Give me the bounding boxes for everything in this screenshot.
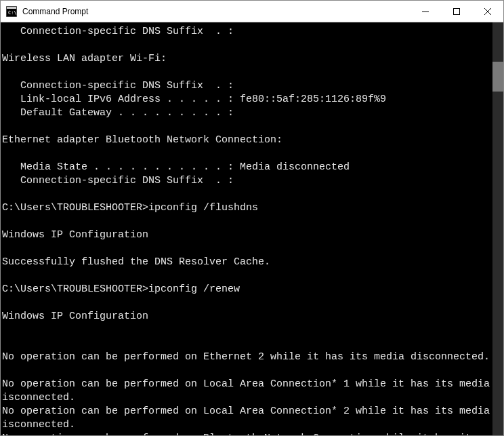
maximize-button[interactable] xyxy=(441,1,472,22)
terminal-line: Default Gateway . . . . . . . . . : xyxy=(2,106,503,120)
terminal-line xyxy=(2,120,503,134)
terminal-line: Windows IP Configuration xyxy=(2,229,503,242)
terminal-line: C:\Users\TROUBLESHOOTER>ipconfig /renew xyxy=(2,283,503,296)
terminal-line: Connection-specific DNS Suffix . : xyxy=(2,79,503,93)
terminal-line: No operation can be performed on Local A… xyxy=(2,378,503,405)
terminal-line xyxy=(2,188,503,201)
terminal-line xyxy=(2,66,503,79)
terminal-line: No operation can be performed on Local A… xyxy=(2,405,503,432)
terminal-output[interactable]: Connection-specific DNS Suffix . :Wirele… xyxy=(1,22,503,435)
terminal-line: Wireless LAN adapter Wi-Fi: xyxy=(2,52,503,66)
terminal-line: Connection-specific DNS Suffix . : xyxy=(2,174,503,188)
terminal-line: C:\Users\TROUBLESHOOTER>ipconfig /flushd… xyxy=(2,201,503,215)
terminal-line: Media State . . . . . . . . . . . : Medi… xyxy=(2,161,503,174)
terminal-line xyxy=(2,269,503,283)
terminal-line: Successfully flushed the DNS Resolver Ca… xyxy=(2,256,503,269)
terminal-line: Windows IP Configuration xyxy=(2,310,503,323)
terminal-line xyxy=(2,323,503,337)
minimize-button[interactable] xyxy=(410,1,441,22)
terminal-line xyxy=(2,147,503,161)
svg-rect-1 xyxy=(7,7,16,9)
terminal-line xyxy=(2,337,503,351)
titlebar: C:\ Command Prompt xyxy=(1,1,503,22)
terminal-line xyxy=(2,242,503,256)
svg-rect-4 xyxy=(454,8,460,14)
svg-text:C:\: C:\ xyxy=(8,10,17,16)
terminal-line xyxy=(2,296,503,310)
terminal-line xyxy=(2,364,503,378)
terminal-line xyxy=(2,215,503,229)
terminal-line: Link-local IPv6 Address . . . . . : fe80… xyxy=(2,93,503,106)
scrollbar-thumb[interactable] xyxy=(492,62,503,92)
terminal-line: No operation can be performed on Bluetoo… xyxy=(2,432,503,435)
terminal-line: No operation can be performed on Etherne… xyxy=(2,351,503,364)
terminal-line: Ethernet adapter Bluetooth Network Conne… xyxy=(2,134,503,147)
terminal-line xyxy=(2,39,503,52)
terminal-line: Connection-specific DNS Suffix . : xyxy=(2,25,503,39)
close-button[interactable] xyxy=(472,1,503,22)
cmd-icon: C:\ xyxy=(6,6,17,17)
window-title: Command Prompt xyxy=(22,7,88,16)
